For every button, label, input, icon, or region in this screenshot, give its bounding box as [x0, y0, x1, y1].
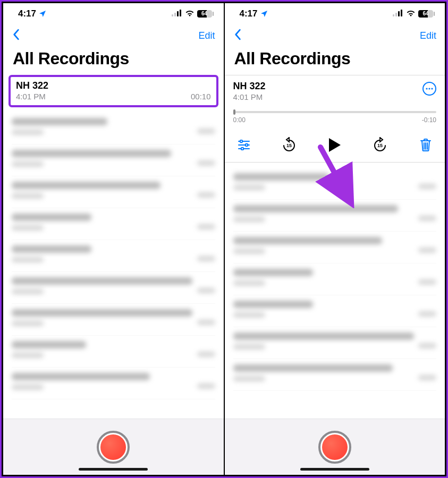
location-services-icon	[38, 10, 47, 18]
recordings-list-blurred	[225, 163, 445, 419]
list-item-blurred	[12, 336, 215, 368]
phone-screenshot-right: 4:17 64 Edit All Recordings	[224, 2, 447, 476]
home-indicator[interactable]	[300, 468, 369, 471]
record-icon	[100, 434, 126, 460]
recording-player-expanded: NH 322 4:01 PM 0:00 -0:10 15	[225, 75, 445, 163]
list-item-blurred	[233, 168, 437, 200]
svg-rect-6	[398, 11, 400, 16]
elapsed-time-label: 0:00	[233, 116, 246, 124]
svg-rect-3	[180, 10, 181, 16]
battery-indicator: 64	[197, 10, 212, 18]
skip-forward-15-button[interactable]: 15	[370, 135, 390, 155]
scrubber-thumb-icon	[233, 109, 235, 115]
svg-point-15	[245, 144, 248, 147]
svg-rect-0	[172, 14, 173, 16]
list-item-blurred	[233, 232, 437, 263]
delete-button[interactable]	[416, 135, 435, 155]
page-title: All Recordings	[3, 47, 224, 75]
player-recording-time: 4:01 PM	[233, 92, 266, 101]
home-indicator[interactable]	[79, 468, 148, 471]
svg-rect-7	[401, 10, 402, 16]
record-button[interactable]	[97, 431, 130, 464]
list-item-blurred	[12, 208, 215, 240]
more-options-button[interactable]	[422, 82, 436, 96]
status-time: 4:17	[240, 8, 258, 19]
list-item-blurred	[233, 263, 437, 295]
list-item-blurred	[233, 327, 437, 359]
recordings-list-blurred	[3, 107, 224, 419]
navigation-bar: Edit	[3, 24, 224, 47]
svg-point-14	[240, 140, 242, 143]
list-item-blurred	[12, 368, 215, 399]
svg-rect-4	[393, 14, 394, 16]
list-item-blurred	[12, 272, 215, 304]
recording-duration: 00:10	[191, 92, 211, 101]
svg-point-16	[241, 148, 243, 150]
edit-button[interactable]: Edit	[198, 30, 215, 41]
wifi-icon	[185, 8, 195, 19]
phone-screenshot-left: 4:17 64 Edit All Recordings	[2, 2, 224, 476]
skip-backward-15-button[interactable]: 15	[280, 135, 299, 155]
playback-scrubber[interactable]	[233, 111, 437, 113]
record-toolbar	[225, 419, 445, 475]
player-recording-title: NH 322	[233, 81, 266, 92]
playback-options-button[interactable]	[234, 135, 253, 155]
record-toolbar	[3, 419, 224, 475]
status-time: 4:17	[18, 8, 36, 19]
svg-rect-5	[395, 13, 397, 16]
svg-point-10	[431, 88, 433, 89]
list-item-blurred	[233, 200, 437, 232]
svg-point-9	[428, 88, 430, 89]
battery-indicator: 64	[418, 10, 433, 18]
status-bar: 4:17 64	[225, 3, 445, 24]
svg-point-8	[426, 88, 427, 89]
recording-title: NH 322	[16, 80, 211, 91]
list-item-blurred	[12, 240, 215, 272]
back-button[interactable]	[12, 29, 20, 42]
list-item-blurred	[12, 304, 215, 336]
recording-list-item-selected[interactable]: NH 322 4:01 PM 00:10	[9, 75, 218, 107]
list-item-blurred	[233, 295, 437, 327]
play-button[interactable]	[325, 135, 344, 155]
record-icon	[322, 434, 348, 460]
svg-text:15: 15	[286, 143, 292, 148]
remaining-time-label: -0:10	[422, 116, 436, 124]
location-services-icon	[260, 10, 268, 18]
page-title: All Recordings	[225, 47, 445, 75]
list-item-blurred	[12, 144, 215, 176]
svg-text:15: 15	[377, 143, 383, 148]
svg-rect-2	[177, 11, 179, 16]
record-button[interactable]	[318, 431, 351, 464]
list-item-blurred	[12, 176, 215, 208]
list-item-blurred	[12, 113, 215, 144]
cellular-signal-icon	[172, 8, 182, 19]
svg-rect-1	[174, 13, 176, 16]
back-button[interactable]	[233, 29, 242, 42]
cellular-signal-icon	[393, 8, 403, 19]
list-item-blurred	[233, 359, 437, 391]
recording-time: 4:01 PM	[16, 92, 46, 101]
wifi-icon	[406, 8, 416, 19]
navigation-bar: Edit	[225, 24, 445, 47]
status-bar: 4:17 64	[3, 3, 224, 24]
edit-button[interactable]: Edit	[420, 30, 436, 41]
